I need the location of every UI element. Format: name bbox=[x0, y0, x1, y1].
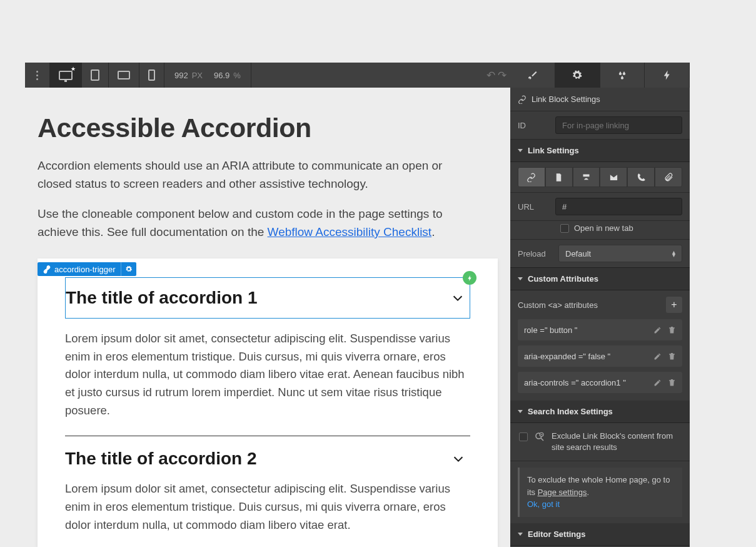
link-icon bbox=[518, 95, 527, 104]
phone-icon bbox=[148, 69, 155, 81]
exclude-label: Exclude Link Block's content from site s… bbox=[552, 431, 681, 453]
svg-line-4 bbox=[541, 438, 543, 441]
caret-down-icon bbox=[518, 277, 523, 280]
trash-icon[interactable] bbox=[668, 352, 676, 360]
attribute-text: aria-controls =" accordion1 " bbox=[524, 378, 626, 387]
select-caret-icon: ▴▾ bbox=[672, 250, 675, 257]
checkbox[interactable] bbox=[519, 432, 528, 441]
url-label: URL bbox=[518, 202, 549, 212]
canvas-width: 992 bbox=[174, 71, 188, 80]
undo-button[interactable]: ↶ bbox=[486, 69, 495, 82]
url-input[interactable] bbox=[555, 198, 682, 215]
link-type-section[interactable] bbox=[573, 167, 600, 187]
search-index-header[interactable]: Search Index Settings bbox=[510, 401, 690, 423]
checklist-link[interactable]: Webflow Accessibility Checklist bbox=[268, 225, 432, 238]
redo-button[interactable]: ↷ bbox=[498, 69, 507, 82]
canvas[interactable]: Accessible Accordion Accordion elements … bbox=[25, 88, 510, 547]
info-text-b: . bbox=[587, 488, 589, 497]
attribute-row[interactable]: aria-expanded =" false " bbox=[518, 345, 682, 367]
page-settings-link[interactable]: Page settings bbox=[538, 488, 587, 497]
link-type-phone[interactable] bbox=[627, 167, 655, 187]
ok-got-it-link[interactable]: Ok, got it bbox=[527, 499, 560, 509]
link-type-file[interactable] bbox=[655, 167, 682, 187]
url-field-row: URL bbox=[510, 193, 690, 221]
search-exclude-icon bbox=[534, 431, 545, 442]
chevron-down-icon bbox=[451, 291, 465, 305]
gear-icon bbox=[572, 69, 583, 81]
intro-paragraph-2: Use the cloneable component below and cu… bbox=[38, 205, 475, 241]
custom-attributes-header[interactable]: Custom Attributes bbox=[510, 268, 690, 290]
gear-icon bbox=[125, 265, 133, 273]
edit-icon[interactable] bbox=[653, 326, 662, 334]
search-info-box: To exclude the whole Home page, go to it… bbox=[518, 468, 682, 517]
id-field-row: ID bbox=[510, 111, 690, 140]
accordion-1-body: Lorem ipsum dolor sit amet, consectetur … bbox=[65, 319, 470, 433]
accordion-trigger-2[interactable]: The title of accordion 2 bbox=[65, 436, 470, 480]
link-settings-label: Link Settings bbox=[528, 146, 579, 155]
chevron-down-icon bbox=[451, 452, 465, 466]
preload-select[interactable]: Default ▴▾ bbox=[558, 245, 682, 262]
trash-icon[interactable] bbox=[668, 379, 676, 387]
zoom-unit: % bbox=[233, 71, 241, 80]
bolt-icon bbox=[466, 275, 473, 282]
page-title: Accessible Accordion bbox=[38, 113, 498, 143]
add-attribute-button[interactable]: + bbox=[666, 297, 682, 313]
interaction-badge[interactable] bbox=[463, 271, 476, 285]
edit-icon[interactable] bbox=[653, 352, 662, 360]
exclude-search-row[interactable]: Exclude Link Block's content from site s… bbox=[510, 423, 690, 461]
selection-badge[interactable]: accordion-trigger bbox=[38, 262, 136, 276]
desktop-icon bbox=[59, 71, 73, 80]
settings-panel: Link Block Settings ID Link Settings URL bbox=[510, 88, 690, 547]
attribute-row[interactable]: role =" button " bbox=[518, 319, 682, 340]
link-type-email[interactable] bbox=[600, 167, 627, 187]
tab-interactions-list[interactable] bbox=[600, 63, 645, 88]
right-panel-tabs bbox=[510, 63, 690, 88]
device-tablet-landscape[interactable] bbox=[109, 63, 139, 88]
preload-value: Default bbox=[565, 249, 591, 258]
tab-settings[interactable] bbox=[555, 63, 600, 88]
id-label: ID bbox=[518, 121, 549, 130]
accordion-component: accordion-trigger The title of accordion… bbox=[38, 258, 498, 547]
custom-attr-subheader: Custom <a> attributes + bbox=[510, 290, 690, 319]
tab-interactions[interactable] bbox=[645, 63, 690, 88]
attribute-row[interactable]: aria-controls =" accordion1 " bbox=[518, 372, 682, 393]
menu-dots[interactable] bbox=[25, 63, 50, 88]
canvas-dimensions: 992 PX 96.9 % bbox=[164, 63, 251, 88]
trash-icon[interactable] bbox=[668, 326, 676, 334]
accordion-2-body: Lorem ipsum dolor sit amet, consectetur … bbox=[65, 480, 470, 547]
intro-text-end: . bbox=[431, 225, 435, 238]
editor-settings-header[interactable]: Editor Settings bbox=[510, 523, 690, 546]
caret-down-icon bbox=[518, 149, 523, 152]
section-icon bbox=[582, 173, 591, 182]
page-icon bbox=[554, 173, 563, 182]
phone-icon bbox=[637, 173, 646, 182]
id-input[interactable] bbox=[555, 116, 682, 134]
canvas-unit: PX bbox=[192, 71, 203, 80]
tab-style[interactable] bbox=[510, 63, 555, 88]
device-desktop[interactable] bbox=[50, 63, 82, 88]
bolt-icon bbox=[662, 69, 673, 81]
edit-icon[interactable] bbox=[653, 379, 662, 387]
panel-header: Link Block Settings bbox=[510, 88, 690, 111]
selection-gear-button[interactable] bbox=[121, 262, 136, 276]
attribute-text: role =" button " bbox=[524, 325, 577, 335]
caret-down-icon bbox=[518, 533, 523, 536]
editor-settings-label: Editor Settings bbox=[528, 529, 585, 539]
open-new-tab-row[interactable]: Open in new tab bbox=[510, 221, 690, 240]
top-toolbar: 992 PX 96.9 % ↶ ↷ ✓ Publish ⌄ bbox=[25, 63, 690, 88]
tablet-landscape-icon bbox=[118, 71, 130, 79]
caret-down-icon bbox=[518, 410, 523, 413]
brush-icon bbox=[527, 69, 538, 81]
link-type-url[interactable] bbox=[518, 167, 545, 187]
device-tablet[interactable] bbox=[82, 63, 109, 88]
intro-paragraph-1: Accordion elements should use an ARIA at… bbox=[38, 157, 475, 193]
link-type-page[interactable] bbox=[545, 167, 573, 187]
zoom-value: 96.9 bbox=[214, 71, 229, 80]
accordion-trigger-1[interactable]: The title of accordion 1 bbox=[65, 277, 470, 319]
link-settings-header[interactable]: Link Settings bbox=[510, 140, 690, 162]
device-phone[interactable] bbox=[139, 63, 164, 88]
attachment-icon bbox=[664, 173, 673, 182]
accordion-2-title: The title of accordion 2 bbox=[65, 449, 256, 469]
checkbox[interactable] bbox=[560, 224, 569, 233]
drops-icon bbox=[617, 69, 628, 81]
